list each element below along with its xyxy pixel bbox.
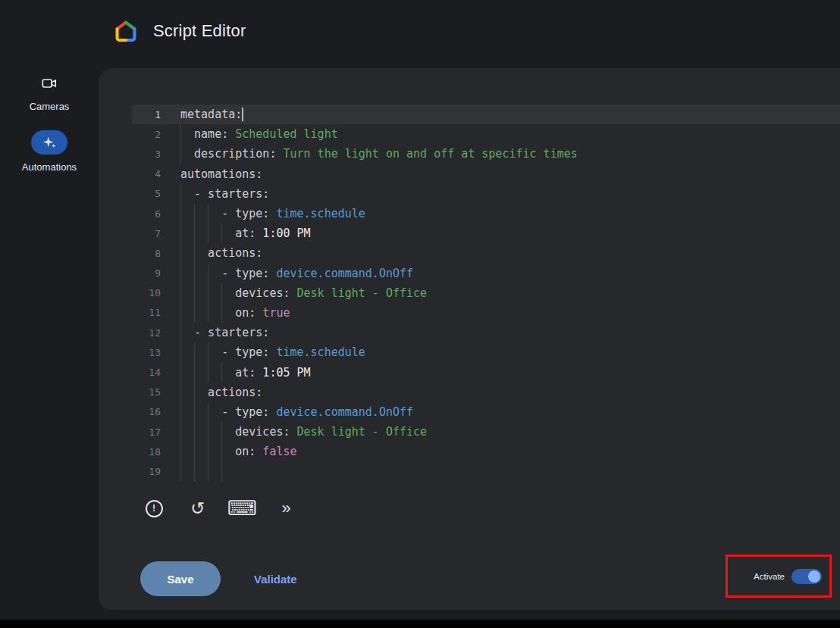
- more-icon[interactable]: »: [274, 497, 297, 520]
- indent-guides: [180, 422, 235, 442]
- keyboard-glyph: ⌨: [227, 498, 257, 519]
- indent-guides: [180, 362, 235, 382]
- code-text: - type: time.schedule: [180, 204, 840, 223]
- line-number: 19: [132, 466, 180, 477]
- code-text: - starters:: [180, 323, 840, 342]
- indent-guides: [180, 223, 235, 243]
- code-lines: 1metadata:2name: Scheduled light3descrip…: [132, 105, 840, 482]
- code-line[interactable]: 15actions:: [132, 383, 840, 402]
- keyboard-icon[interactable]: ⌨: [230, 497, 253, 520]
- line-number: 7: [132, 228, 180, 239]
- code-line[interactable]: 18on: false: [132, 442, 840, 461]
- code-line[interactable]: 6- type: time.schedule: [132, 204, 840, 223]
- indent-guides: [180, 323, 194, 342]
- editor-card: 1metadata:2name: Scheduled light3descrip…: [99, 68, 840, 610]
- code-text: at: 1:00 PM: [180, 223, 840, 243]
- page-title: Script Editor: [153, 21, 246, 41]
- bottom-strip: [0, 620, 840, 628]
- line-number: 5: [132, 188, 180, 199]
- code-text: description: Turn the light on and off a…: [180, 144, 840, 164]
- code-line[interactable]: 3description: Turn the light on and off …: [132, 144, 840, 164]
- camera-icon: [41, 73, 58, 94]
- code-line[interactable]: 17devices: Desk light - Office: [132, 422, 840, 442]
- indent-guides: [180, 442, 235, 461]
- code-text: - type: device.command.OnOff: [180, 264, 840, 283]
- indent-guides: [180, 144, 194, 164]
- code-text: at: 1:05 PM: [180, 362, 840, 382]
- code-text: actions:: [180, 243, 840, 263]
- indent-guides: [180, 303, 235, 323]
- line-number: 14: [132, 367, 180, 378]
- indent-guides: [180, 342, 221, 362]
- chevrons-glyph: »: [281, 500, 290, 517]
- code-text: devices: Desk light - Office: [180, 283, 840, 303]
- save-button[interactable]: Save: [140, 561, 221, 596]
- code-text: - type: time.schedule: [180, 342, 840, 362]
- code-text: - type: device.command.OnOff: [180, 402, 840, 422]
- indent-guides: [180, 383, 208, 402]
- history-glyph: ↺: [190, 500, 205, 517]
- code-line[interactable]: 4automations:: [132, 164, 840, 184]
- code-text: automations:: [180, 164, 840, 184]
- app-header: Script Editor: [114, 12, 246, 50]
- code-text: actions:: [180, 383, 840, 402]
- indent-guides: [180, 204, 221, 223]
- line-number: 15: [132, 386, 180, 398]
- exclamation-glyph: !: [146, 500, 163, 517]
- code-editor[interactable]: 1metadata:2name: Scheduled light3descrip…: [132, 105, 840, 482]
- code-line[interactable]: 1metadata:: [132, 105, 840, 124]
- line-number: 11: [132, 307, 180, 318]
- sidebar-item-label: Automations: [22, 161, 77, 173]
- sidebar: Cameras Automations: [0, 73, 99, 173]
- code-line[interactable]: 16- type: device.command.OnOff: [132, 402, 840, 422]
- indent-guides: [180, 461, 235, 481]
- action-bar: Save Validate Activate: [140, 558, 840, 600]
- code-text: on: true: [180, 303, 840, 323]
- code-line[interactable]: 12- starters:: [132, 323, 840, 342]
- line-number: 4: [132, 168, 180, 180]
- sidebar-item-cameras[interactable]: Cameras: [0, 73, 99, 112]
- code-line[interactable]: 11on: true: [132, 303, 840, 323]
- code-text: name: Scheduled light: [180, 124, 840, 144]
- activate-toggle[interactable]: [791, 569, 822, 584]
- code-line[interactable]: 13- type: time.schedule: [132, 342, 840, 362]
- code-text: [180, 461, 840, 481]
- indent-guides: [180, 124, 194, 144]
- text-cursor: [242, 108, 243, 121]
- code-text: on: false: [180, 442, 840, 461]
- validate-button[interactable]: Validate: [249, 572, 302, 586]
- line-number: 3: [132, 148, 180, 160]
- indent-guides: [180, 243, 208, 263]
- code-line[interactable]: 14at: 1:05 PM: [132, 362, 840, 382]
- indent-guides: [180, 264, 221, 283]
- code-line[interactable]: 5- starters:: [132, 184, 840, 204]
- code-text: - starters:: [180, 184, 840, 204]
- line-number: 8: [132, 248, 180, 259]
- activate-annotation-box: Activate: [726, 555, 832, 598]
- code-line[interactable]: 19: [132, 461, 840, 481]
- google-home-logo-icon: [114, 19, 138, 43]
- code-text: metadata:: [180, 105, 840, 124]
- line-number: 13: [132, 347, 180, 358]
- history-icon[interactable]: ↺: [186, 497, 209, 520]
- code-line[interactable]: 8actions:: [132, 243, 840, 263]
- code-line[interactable]: 10devices: Desk light - Office: [132, 283, 840, 303]
- sidebar-item-label: Cameras: [30, 101, 70, 112]
- toggle-knob: [808, 570, 820, 583]
- problems-icon[interactable]: !: [143, 497, 165, 520]
- line-number: 10: [132, 287, 180, 298]
- code-text: devices: Desk light - Office: [180, 422, 840, 442]
- active-nav-pill: [31, 130, 67, 155]
- line-number: 6: [132, 208, 180, 220]
- code-line[interactable]: 7at: 1:00 PM: [132, 223, 840, 243]
- line-number: 9: [132, 267, 180, 279]
- code-line[interactable]: 2name: Scheduled light: [132, 124, 840, 144]
- indent-guides: [180, 402, 221, 422]
- line-number: 16: [132, 406, 180, 417]
- indent-guides: [180, 283, 235, 303]
- activate-label: Activate: [754, 572, 785, 581]
- sidebar-item-automations[interactable]: Automations: [0, 130, 99, 173]
- line-number: 12: [132, 327, 180, 339]
- line-number: 1: [132, 109, 180, 120]
- code-line[interactable]: 9- type: device.command.OnOff: [132, 264, 840, 283]
